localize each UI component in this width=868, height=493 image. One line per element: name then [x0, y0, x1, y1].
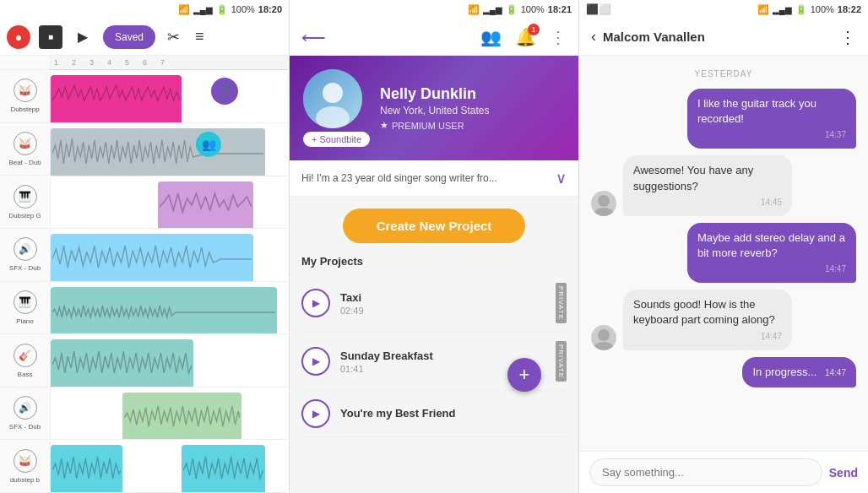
svg-point-4	[594, 208, 614, 216]
chat-input-bar: Send	[579, 451, 868, 493]
nav-right-icons: 👥 🔔 1 ⋮	[480, 27, 567, 47]
track-label-dubstepg: 🎹 Dubstep G	[0, 176, 50, 229]
track-row-2[interactable]	[51, 123, 289, 176]
stop-button[interactable]: ■	[39, 25, 62, 49]
track-row-3[interactable]	[51, 176, 289, 230]
chat-battery-icon: 🔋	[795, 4, 807, 15]
bubble-3-text: Maybe add stereo delay and a bit more re…	[697, 231, 845, 259]
back-arrow-icon[interactable]: ⟵	[301, 27, 326, 47]
chat-wifi-icon: 📶	[757, 4, 769, 15]
daw-panel: 📶 ▂▄▆ 🔋 100% 18:20 ● ■ ▶ Saved ✂ ≡ 🥁 Dub…	[0, 0, 290, 493]
play-taxi-button[interactable]: ▶	[301, 289, 330, 317]
soundbite-button[interactable]: + Soundbite	[303, 132, 370, 147]
chat-panel: ⬛⬜ 📶 ▂▄▆ 🔋 100% 18:22 ‹ Malcom Vanallen …	[579, 0, 868, 493]
battery-icon: 🔋	[216, 4, 228, 15]
bestfriend-info: You're my Best Friend	[340, 407, 567, 421]
projects-section: My Projects ▶ Taxi 02:49 PRIVATE ▶ Sunda…	[290, 255, 578, 437]
profile-status-bar: 📶 ▂▄▆ 🔋 100% 18:21	[290, 0, 578, 19]
bubble-4: Sounds good! How is the keyboard part co…	[623, 290, 792, 349]
play-sunday-button[interactable]: ▶	[301, 347, 330, 376]
notification-badge-container[interactable]: 🔔 1	[515, 27, 536, 47]
bubble-2-time: 14:45	[633, 197, 782, 209]
taxi-private-badge: PRIVATE	[556, 283, 567, 323]
more-options-icon[interactable]: ⋮	[550, 27, 567, 47]
track-icon-keys: 🎹	[14, 185, 37, 209]
track-icon-beat: 🥁	[14, 132, 37, 155]
track-row-5[interactable]	[51, 282, 289, 335]
track-label-dubstepb: 🥁 dubstep b	[0, 440, 50, 493]
track-row-6[interactable]	[51, 334, 289, 387]
chat-battery-text: 100%	[811, 4, 834, 14]
project-item-bestfriend: ▶ You're my Best Friend	[301, 391, 567, 437]
play-bestfriend-button[interactable]: ▶	[301, 399, 330, 428]
svg-point-1	[323, 83, 343, 103]
profile-info: Nelly Dunklin New York, United States ★ …	[380, 85, 489, 131]
tools-button[interactable]: ✂	[164, 24, 183, 50]
project-item-sunday: ▶ Sunday Breakfast 01:41 PRIVATE +	[301, 333, 567, 391]
track-icon-bass: 🎸	[14, 344, 37, 367]
bubble-2: Awesome! You have any suggestions? 14:45	[623, 155, 792, 215]
bubble-1-text: I like the guitar track you recorded!	[697, 97, 816, 125]
message-row-5: In progress... 14:47	[591, 357, 856, 387]
chat-status-bar: ⬛⬜ 📶 ▂▄▆ 🔋 100% 18:22	[579, 0, 868, 19]
track-label-sfx2: 🔊 SFX - Dub	[0, 387, 50, 441]
add-project-fab[interactable]: +	[507, 358, 541, 392]
chat-input-field[interactable]	[589, 458, 822, 486]
projects-title: My Projects	[301, 255, 567, 268]
bestfriend-name: You're my Best Friend	[340, 407, 567, 420]
chat-signal: ▂▄▆	[773, 5, 792, 14]
chat-nav: ‹ Malcom Vanallen ⋮	[579, 19, 868, 56]
project-item-taxi: ▶ Taxi 02:49 PRIVATE	[301, 274, 567, 333]
profile-name: Nelly Dunklin	[380, 85, 489, 103]
bubble-4-text: Sounds good! How is the keyboard part co…	[633, 298, 775, 326]
svg-point-3	[598, 195, 610, 207]
track-icon-drum: 🥁	[14, 79, 37, 102]
track-row-8[interactable]	[51, 440, 289, 493]
bubble-3: Maybe add stereo delay and a bit more re…	[687, 223, 856, 283]
profile-signal: ▂▄▆	[483, 5, 502, 14]
track-icon-piano: 🎹	[14, 290, 37, 314]
taxi-name: Taxi	[340, 291, 545, 304]
track-row-4[interactable]	[51, 229, 289, 282]
chat-more-icon[interactable]: ⋮	[839, 27, 856, 47]
wifi-icon: 📶	[178, 4, 190, 15]
profile-nav: ⟵ 👥 🔔 1 ⋮	[290, 19, 578, 56]
send-button[interactable]: Send	[829, 466, 858, 479]
bio-expand-icon[interactable]: ∨	[556, 169, 567, 187]
message-row-1: I like the guitar track you recorded! 14…	[591, 89, 856, 149]
chat-time: 18:22	[838, 4, 861, 14]
saved-button[interactable]: Saved	[103, 25, 155, 49]
track-label-piano: 🎹 Piano	[0, 282, 50, 335]
bubble-5-time-inline: 14:47	[825, 368, 846, 377]
track-label-bass: 🎸 Bass	[0, 334, 50, 387]
track-row-7[interactable]	[51, 387, 289, 441]
bubble-2-text: Awesome! You have any suggestions?	[633, 164, 753, 192]
profile-time: 18:21	[548, 4, 572, 14]
taxi-duration: 02:49	[340, 306, 545, 316]
ruler: 1 2 3 4 5 6 7	[51, 56, 289, 70]
chat-nav-left: ‹ Malcom Vanallen	[591, 28, 705, 46]
record-button[interactable]: ●	[7, 25, 30, 49]
sunday-private-badge: PRIVATE	[556, 341, 567, 382]
track-icon-drum2: 🥁	[14, 449, 37, 473]
bio-text: Hi! I'm a 23 year old singer song writer…	[301, 172, 497, 184]
profile-battery-icon: 🔋	[506, 4, 518, 15]
bubble-1-time: 14:37	[697, 129, 846, 141]
people-float: 👥	[196, 132, 221, 157]
play-button[interactable]: ▶	[71, 25, 95, 49]
track-icon-sfx: 🔊	[14, 237, 37, 261]
create-project-button[interactable]: Create New Project	[343, 209, 526, 243]
date-divider: YESTERDAY	[591, 69, 856, 79]
signal-bars: ▂▄▆	[193, 5, 213, 14]
profile-hero: + Soundbite Nelly Dunklin New York, Unit…	[290, 56, 578, 160]
profile-avatar	[303, 69, 362, 128]
track-icon-sfx2: 🔊	[14, 396, 37, 420]
profile-location: New York, United States	[380, 105, 489, 116]
bubble-1: I like the guitar track you recorded! 14…	[687, 89, 856, 149]
bubble-5-text: In progress...	[752, 366, 816, 378]
track-row-1[interactable]	[51, 70, 289, 123]
menu-button[interactable]: ≡	[192, 24, 208, 49]
group-icon[interactable]: 👥	[480, 27, 502, 47]
chat-back-button[interactable]: ‹	[591, 28, 596, 46]
track-label-sfx: 🔊 SFX - Dub	[0, 229, 50, 282]
